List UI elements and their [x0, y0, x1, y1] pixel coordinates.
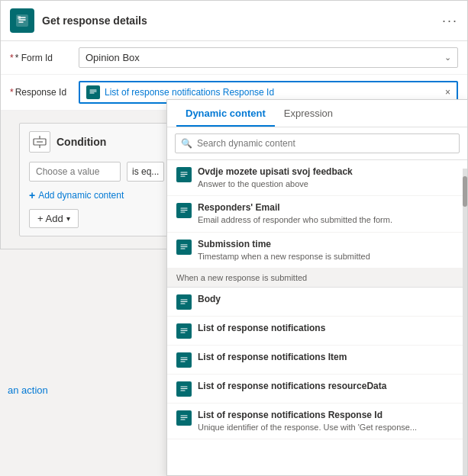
token-close-button[interactable]: ×	[445, 87, 450, 98]
action-link[interactable]: an action	[8, 384, 48, 396]
condition-title: Condition	[56, 136, 106, 148]
panel-tabs: Dynamic content Expression	[167, 100, 467, 127]
item-icon	[176, 410, 192, 426]
tab-expression[interactable]: Expression	[275, 100, 342, 127]
item-icon	[176, 352, 192, 368]
token-icon	[86, 85, 100, 99]
list-item[interactable]: Submission timeTimestamp when a new resp…	[167, 233, 467, 269]
panel-search-area: 🔍	[167, 127, 467, 160]
list-item[interactable]: Responders' EmailEmail address of respon…	[167, 196, 467, 232]
tab-dynamic-content[interactable]: Dynamic content	[176, 100, 275, 127]
search-wrapper: 🔍	[175, 133, 460, 153]
card-title: Get response details	[42, 14, 442, 27]
token-text: List of response notifications Response …	[105, 87, 441, 98]
list-item[interactable]: List of response notifications	[167, 317, 467, 346]
is-equal-dropdown[interactable]: is eq...	[127, 162, 164, 182]
item-icon	[176, 240, 192, 255]
item-icon	[176, 381, 192, 397]
list-item[interactable]: List of response notifications resourceD…	[167, 375, 467, 404]
section-header: When a new response is submitted	[167, 269, 467, 288]
add-dropdown-icon: ▾	[66, 214, 70, 223]
search-input[interactable]	[175, 133, 460, 153]
more-options-button[interactable]: ···	[442, 13, 458, 29]
forms-icon	[10, 8, 34, 33]
card-header: Get response details ···	[1, 1, 467, 41]
list-item[interactable]: Ovdje mozete upisati svoj feedbackAnswer…	[167, 160, 467, 196]
list-item[interactable]: Body	[167, 288, 467, 317]
response-id-label: *Response Id	[10, 87, 79, 98]
condition-icon	[29, 131, 50, 153]
choose-value-input[interactable]	[29, 162, 121, 182]
panel-content: Ovdje mozete upisati svoj feedbackAnswer…	[167, 160, 467, 475]
plus-icon: +	[29, 189, 35, 201]
form-id-row: ** Form Id Opinion Box ⌄	[1, 41, 467, 75]
chevron-down-icon: ⌄	[444, 53, 451, 63]
scrollbar[interactable]	[463, 169, 467, 475]
form-id-label: ** Form Id	[10, 53, 79, 63]
scrollbar-thumb	[463, 176, 467, 207]
item-icon	[176, 323, 192, 339]
form-id-select[interactable]: Opinion Box ⌄	[79, 47, 458, 68]
item-icon	[176, 167, 192, 182]
list-item[interactable]: List of response notifications Item	[167, 346, 467, 375]
item-icon	[176, 294, 192, 310]
svg-rect-1	[88, 87, 98, 98]
item-icon	[176, 203, 192, 218]
search-icon: 🔍	[181, 138, 192, 149]
dynamic-content-panel: Dynamic content Expression 🔍 Ovdje mozet…	[166, 99, 468, 476]
list-item[interactable]: List of response notifications Response …	[167, 404, 467, 439]
add-button[interactable]: + Add ▾	[29, 209, 79, 228]
add-button-label: + Add	[37, 213, 63, 224]
